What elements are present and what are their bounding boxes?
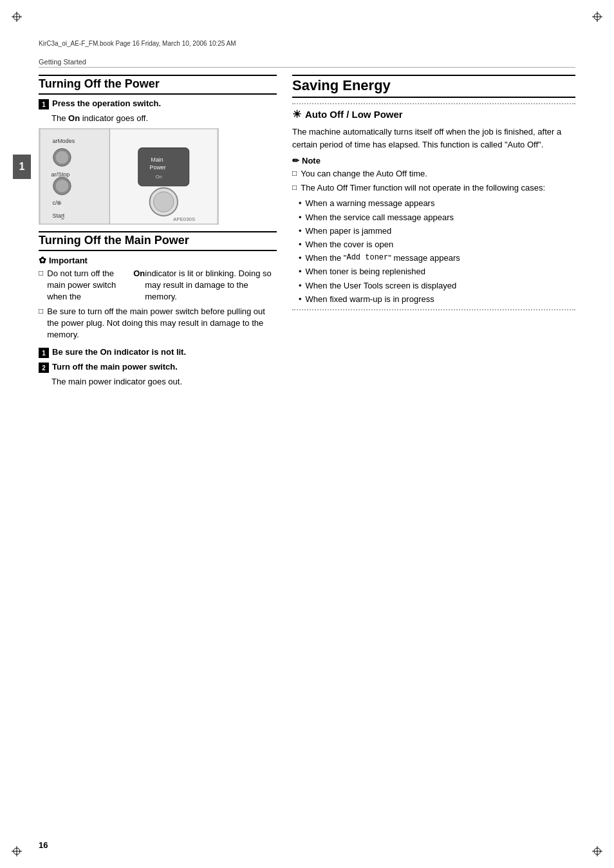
svg-text:⌃: ⌃	[60, 217, 65, 224]
important-item-1: Do not turn off the main power switch wh…	[39, 268, 277, 303]
header-bar: KirC3a_oi_AE-F_FM.book Page 16 Friday, M…	[39, 37, 575, 49]
add-toner-code: Add toner	[346, 252, 388, 263]
section2-step2: 2 Turn off the main power switch.	[39, 362, 277, 373]
important-block: ✿ Important Do not turn off the main pow…	[39, 255, 277, 341]
step1b-text: Be sure the On indicator is not lit.	[52, 347, 186, 357]
left-column: Turning Off the Power 1 Press the operat…	[39, 75, 277, 392]
sub-bullet-3: When paper is jammed	[299, 225, 575, 237]
corner-tr	[577, 12, 602, 37]
section2-title: Turning Off the Main Power	[39, 234, 277, 251]
corner-bl	[12, 831, 37, 856]
dotted-separator-top	[292, 103, 575, 104]
important-label: Important	[49, 256, 88, 265]
step2b-text: Turn off the main power switch.	[52, 362, 178, 372]
step2b-num: 2	[39, 363, 49, 373]
auto-off-body: The machine automatically turns itself o…	[292, 126, 575, 151]
two-columns: Turning Off the Power 1 Press the operat…	[39, 75, 575, 392]
step1-subtext: The On indicator goes off.	[39, 113, 277, 123]
corner-tl	[12, 12, 37, 37]
important-list: Do not turn off the main power switch wh…	[39, 268, 277, 341]
right-column: Saving Energy ☀ Auto Off / Low Power The…	[292, 75, 575, 392]
section2-step1: 1 Be sure the On indicator is not lit.	[39, 347, 277, 358]
saving-energy-title: Saving Energy	[292, 77, 575, 98]
step1-num: 1	[39, 99, 49, 109]
svg-text:On: On	[155, 174, 162, 180]
important-title: ✿ Important	[39, 255, 277, 265]
header-file-text: KirC3a_oi_AE-F_FM.book Page 16 Friday, M…	[39, 40, 236, 47]
sub-bullet-8: When fixed warm-up is in progress	[299, 294, 575, 305]
svg-text:Main: Main	[151, 156, 163, 163]
right-rule-top	[292, 75, 575, 76]
svg-point-29	[153, 192, 174, 212]
note-title: ✏ Note	[292, 156, 575, 165]
svg-point-17	[56, 151, 69, 164]
section1-step1: 1 Press the operation switch.	[39, 99, 277, 109]
note-pencil-icon: ✏	[292, 156, 299, 165]
two-col-layout: Turning Off the Power 1 Press the operat…	[39, 75, 575, 816]
step1-text: Press the operation switch.	[52, 99, 161, 108]
sub-bullets-list: When a warning message appears When the …	[292, 198, 575, 305]
note-item-2: The Auto Off Timer function will not ope…	[292, 182, 575, 194]
sub-bullet-4: When the cover is open	[299, 239, 575, 250]
sub-bullet-2: When the service call message appears	[299, 212, 575, 223]
on-indicator-bold: On	[68, 113, 80, 123]
sub-bullet-6: When toner is being replenished	[299, 266, 575, 278]
device-image: arModes ar/Stop c/⊗ Start	[39, 128, 219, 225]
important-item-2: Be sure to turn off the main power switc…	[39, 306, 277, 341]
important-icon: ✿	[39, 255, 46, 265]
sub-bullet-1: When a warning message appears	[299, 198, 575, 209]
step2b-subtext: The main power indicator goes out.	[39, 377, 277, 386]
svg-point-20	[56, 180, 69, 193]
chapter-tab: 1	[13, 155, 31, 179]
note-list: You can change the Auto Off time. The Au…	[292, 168, 575, 194]
section1-title: Turning Off the Power	[39, 77, 277, 95]
breadcrumb-area: Getting Started	[39, 58, 575, 73]
svg-text:c/⊗: c/⊗	[53, 200, 62, 206]
svg-text:ar/Stop: ar/Stop	[51, 171, 70, 178]
corner-br	[577, 831, 602, 856]
svg-text:APE030S: APE030S	[173, 216, 195, 222]
auto-off-title: ☀ Auto Off / Low Power	[292, 108, 575, 120]
sub-bullet-5: When the "Add toner" message appears	[299, 252, 575, 264]
svg-text:Power: Power	[150, 164, 166, 171]
on-bold: On	[100, 347, 111, 357]
note-item-1: You can change the Auto Off time.	[292, 168, 575, 180]
device-svg: arModes ar/Stop c/⊗ Start	[39, 129, 218, 224]
svg-text:arModes: arModes	[53, 138, 75, 144]
page: 1 KirC3a_oi_AE-F_FM.book Page 16 Friday,…	[0, 0, 614, 868]
section1-rule-top	[39, 75, 277, 76]
page-number: 16	[39, 840, 48, 850]
dotted-separator-bottom	[292, 309, 575, 310]
breadcrumb: Getting Started	[39, 58, 575, 68]
step1b-num: 1	[39, 348, 49, 358]
note-block: ✏ Note You can change the Auto Off time.…	[292, 156, 575, 194]
sub-bullet-7: When the User Tools screen is displayed	[299, 280, 575, 292]
section2-rule-top	[39, 231, 277, 232]
lightbulb-icon: ☀	[292, 108, 301, 120]
step1-bold-text: Press the operation switch.	[52, 99, 161, 108]
